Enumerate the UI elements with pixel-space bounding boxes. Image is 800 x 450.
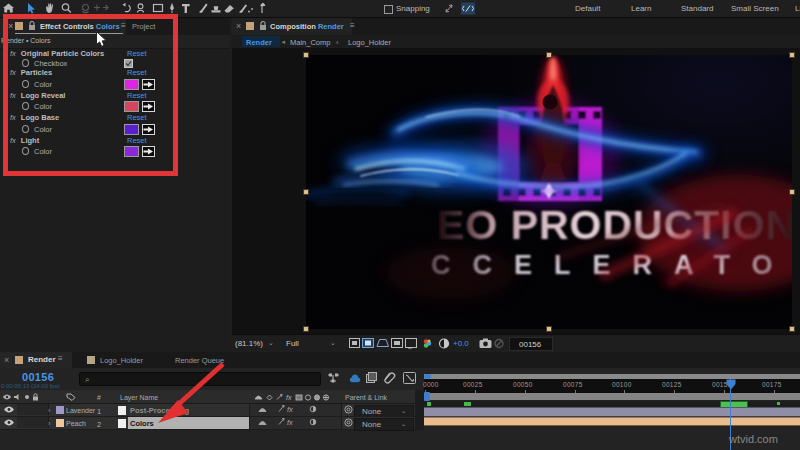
svg-text:fx: fx [287,418,293,427]
svg-text:fx: fx [287,405,293,414]
svg-text:fx: fx [286,394,292,401]
